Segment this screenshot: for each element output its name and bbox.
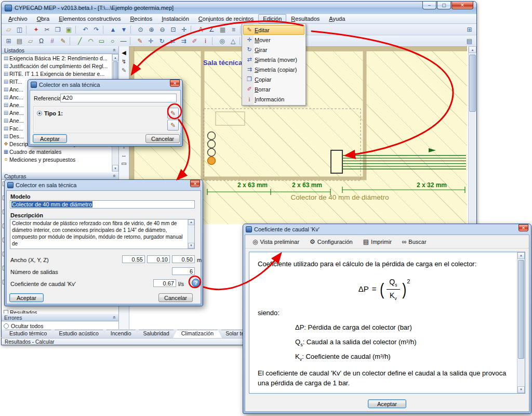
tipo-radio-option[interactable]: Tipo 1: — [37, 110, 63, 116]
side-tool-icon[interactable]: ↔ — [119, 150, 129, 159]
toolbar-icon[interactable] — [70, 37, 73, 45]
toolbar-icon[interactable]: ↻ — [156, 36, 167, 46]
toolbar-icon[interactable]: ▱ — [3, 24, 14, 34]
toolbar-icon[interactable] — [130, 37, 134, 45]
help-toolbar-button[interactable]: ▤ Imprimir — [359, 236, 396, 248]
menubar-item[interactable]: Archivo — [4, 14, 32, 23]
menubar-item[interactable]: Conjuntos de recintos — [194, 14, 258, 23]
scroll-thumb[interactable] — [518, 260, 524, 359]
side-tool-icon[interactable]: ◀ — [119, 48, 129, 57]
toolbar-icon[interactable]: Ω — [36, 36, 47, 46]
edit-type-button-2[interactable]: ✎ — [167, 120, 179, 131]
toolbar-icon[interactable]: ⊙ — [135, 24, 146, 34]
toolbar-icon[interactable]: — — [118, 36, 129, 46]
edit-type-button[interactable]: ✎ — [167, 108, 179, 119]
side-tool-icon[interactable]: ↯ — [119, 57, 129, 66]
menubar-item[interactable]: Edición — [258, 14, 286, 23]
menu-item[interactable]: ❒ Copiar — [243, 74, 304, 84]
toolbar-icon[interactable]: ✎ — [135, 36, 145, 46]
toolbar-icon[interactable]: ◠ — [85, 36, 96, 46]
scroll-up-icon[interactable]: ▲ — [112, 54, 118, 61]
descripcion-textarea[interactable]: Colector modular de plástico reforzado c… — [10, 219, 195, 249]
toolbar-icon[interactable]: ▤ — [464, 36, 475, 46]
menubar-item[interactable]: Ayuda — [324, 14, 350, 23]
toolbar-icon[interactable]: ⊞ — [3, 36, 14, 46]
errores-panel-header[interactable]: Errores » — [2, 314, 118, 321]
toolbar-icon[interactable]: ≡ — [228, 24, 239, 34]
toolbar-icon[interactable] — [103, 25, 107, 34]
dialog-close-button[interactable]: ✕ — [190, 180, 200, 187]
kv-help-button[interactable]: ? — [192, 279, 200, 287]
cancelar-button[interactable]: Cancelar — [145, 134, 180, 143]
toolbar-icon[interactable]: △ — [228, 36, 238, 46]
help-toolbar-button[interactable]: ◎ Vista preliminar — [248, 236, 303, 248]
toolbar-icon[interactable]: ✎ — [58, 36, 69, 46]
referencia-input[interactable]: A20 — [60, 94, 177, 102]
menu-item[interactable]: ✐ Borrar — [243, 84, 304, 94]
aceptar-button[interactable]: Aceptar — [33, 134, 67, 143]
list-item[interactable]: ▤ Exigencia Básica HE 2: Rendimiento d..… — [2, 54, 112, 62]
menu-item[interactable]: ⇉ Simetría (copiar) — [243, 64, 304, 74]
menu-item[interactable]: ✎ Editar — [243, 25, 304, 35]
toolbar-icon[interactable]: ◫ — [14, 24, 25, 34]
scroll-up-icon[interactable]: ▲ — [517, 252, 525, 259]
toolbar-icon[interactable]: ▦ — [217, 24, 228, 34]
toolbar-icon[interactable] — [130, 25, 134, 34]
toolbar-icon[interactable] — [75, 25, 79, 34]
salidas-input[interactable]: 6 — [172, 267, 195, 275]
toolbar-icon[interactable]: ⇉ — [178, 36, 189, 46]
toolbar-icon[interactable]: ↶ — [80, 24, 91, 34]
radio-selected-icon[interactable] — [37, 111, 42, 116]
scroll-down-icon[interactable]: ▼ — [517, 386, 525, 393]
menubar-item[interactable]: Elementos constructivos — [54, 14, 125, 23]
ancho-x-input[interactable]: 0.55 — [122, 255, 145, 263]
toolbar-icon[interactable] — [191, 25, 194, 34]
menu-item[interactable]: ⇄ Simetría (mover) — [243, 55, 304, 64]
toolbar-icon[interactable] — [212, 37, 216, 45]
toolbar-icon[interactable]: # — [47, 36, 58, 46]
toolbar-icon[interactable]: ✂ — [42, 24, 52, 34]
scroll-thumb[interactable] — [469, 55, 476, 112]
toolbar-icon[interactable]: ✦ — [31, 24, 42, 34]
collapse-chevron-icon[interactable]: » — [112, 49, 117, 52]
list-item[interactable]: ▦ Cuadro de materiales — [2, 148, 112, 155]
toolbar-icon[interactable]: ⇄ — [167, 36, 178, 46]
help-toolbar-button[interactable]: ∞ Buscar — [398, 236, 431, 248]
tab[interactable]: Climatización — [173, 330, 222, 338]
toolbar-icon[interactable]: ╱ — [74, 36, 85, 46]
dialog-titlebar[interactable]: Coeficiente de caudal 'Kv' ✕ — [243, 224, 531, 235]
list-item[interactable]: ¤ Mediciones y presupuestos — [2, 155, 112, 163]
dialog-titlebar[interactable]: Colector en sala técnica ✕ — [5, 180, 203, 190]
help-toolbar-button[interactable]: ⚙ Configuración — [305, 236, 357, 248]
toolbar-icon[interactable] — [288, 36, 464, 46]
toolbar-icon[interactable]: ⊡ — [168, 24, 179, 34]
toolbar-icon[interactable]: ⊖ — [157, 24, 168, 34]
textarea-scrollbar[interactable]: ▲ ▼ — [188, 219, 194, 249]
menubar-item[interactable]: Recintos — [125, 14, 157, 23]
menu-item[interactable]: i Información — [243, 94, 304, 104]
tab[interactable]: Incendio — [102, 330, 140, 338]
menu-item[interactable]: ↻ Girar — [243, 45, 304, 55]
toolbar-icon[interactable]: ✛ — [145, 36, 156, 46]
tab[interactable]: Estudio acústico — [50, 330, 107, 338]
dialog-titlebar[interactable]: Colector en sala técnica ✕ — [28, 80, 182, 90]
dialog-close-button[interactable]: ✕ — [170, 80, 180, 87]
toolbar-icon[interactable]: ▣ — [63, 24, 74, 34]
help-scrollbar[interactable]: ▲ ▼ — [517, 252, 525, 393]
kv-input[interactable]: 0.67 — [153, 279, 176, 287]
menu-item[interactable]: ✛ Mover — [243, 35, 304, 45]
aceptar-button[interactable]: Aceptar — [368, 399, 406, 408]
scroll-up-icon[interactable]: ▲ — [469, 46, 476, 53]
collapse-chevron-icon[interactable]: » — [112, 316, 117, 319]
menubar-item[interactable]: Resultados — [286, 14, 324, 23]
scroll-up-icon[interactable]: ▲ — [188, 219, 194, 225]
radio-icon[interactable] — [4, 323, 9, 329]
ancho-z-input[interactable]: 0.50 — [172, 255, 195, 263]
toolbar-icon[interactable]: ❒ — [52, 24, 63, 34]
toolbar-icon[interactable]: ◎ — [217, 36, 228, 46]
tab[interactable]: Estudio térmico — [1, 330, 55, 338]
menubar-item[interactable]: Obra — [32, 14, 54, 23]
list-item[interactable]: ▤ Justificación del cumplimiento del Reg… — [2, 62, 112, 70]
toolbar-icon[interactable]: A — [195, 24, 206, 34]
toolbar-icon[interactable] — [26, 25, 30, 34]
